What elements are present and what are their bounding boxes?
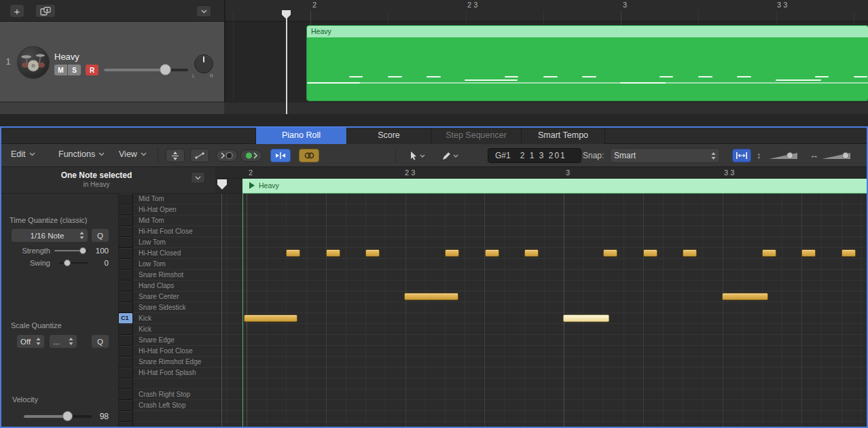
- track-name[interactable]: Heavy: [54, 52, 79, 62]
- mute-button[interactable]: M: [54, 65, 67, 75]
- tab-smart-tempo[interactable]: Smart Tempo: [521, 128, 605, 144]
- piano-key[interactable]: [119, 215, 132, 226]
- edit-menu[interactable]: Edit: [11, 149, 35, 159]
- snap-menu[interactable]: Smart: [610, 148, 720, 163]
- pointer-tool-menu[interactable]: [403, 149, 432, 162]
- drum-lane-row[interactable]: [133, 411, 868, 422]
- midi-note[interactable]: [365, 249, 380, 257]
- drum-lane-row[interactable]: Hi-Hat Foot Splash: [133, 368, 868, 378]
- record-enable-button[interactable]: R: [86, 65, 98, 75]
- midi-note[interactable]: [445, 249, 459, 257]
- midi-note[interactable]: [485, 249, 499, 257]
- drum-lane-row[interactable]: Snare Edge: [133, 335, 868, 346]
- drum-lane-row[interactable]: Mid Tom: [133, 215, 868, 226]
- tab-score[interactable]: Score: [346, 128, 431, 144]
- scale-root-select[interactable]: Off: [16, 334, 45, 349]
- inspector-options-button[interactable]: [191, 172, 205, 183]
- drum-lane-row[interactable]: [133, 422, 868, 428]
- piano-key[interactable]: [119, 259, 132, 269]
- piano-key[interactable]: [119, 194, 132, 204]
- piano-key[interactable]: [119, 226, 132, 236]
- midi-note[interactable]: [244, 315, 297, 322]
- tab-step-sequencer[interactable]: Step Sequencer: [431, 128, 521, 144]
- solo-button[interactable]: S: [68, 65, 81, 75]
- add-track-button[interactable]: +: [10, 4, 24, 18]
- scale-mode-select[interactable]: ...: [49, 334, 77, 349]
- drum-lane-row[interactable]: Snare Rimshot: [133, 270, 868, 281]
- arrange-timeline-ruler[interactable]: 22 333 3: [228, 0, 868, 11]
- strength-slider-knob[interactable]: [79, 247, 86, 254]
- horizontal-zoom-knob[interactable]: [842, 152, 849, 159]
- duplicate-track-button[interactable]: [35, 4, 56, 18]
- midi-note[interactable]: [683, 249, 697, 257]
- functions-menu[interactable]: Functions: [58, 149, 105, 159]
- vertical-zoom-knob[interactable]: [786, 152, 793, 159]
- piano-key[interactable]: [119, 302, 132, 313]
- piano-key[interactable]: [119, 324, 132, 334]
- drum-lane-row[interactable]: Kick: [133, 324, 868, 335]
- auto-zoom-button[interactable]: [732, 149, 751, 162]
- piano-key[interactable]: [119, 335, 132, 345]
- midi-note[interactable]: [762, 249, 776, 257]
- piano-key[interactable]: [119, 281, 132, 291]
- tab-piano-roll[interactable]: Piano Roll: [255, 128, 346, 144]
- time-quantize-apply-button[interactable]: Q: [91, 228, 109, 243]
- drum-lane-row[interactable]: Hi-Hat Closed: [133, 248, 868, 259]
- midi-note[interactable]: [643, 249, 657, 257]
- drum-lane-row[interactable]: Low Tom: [133, 259, 868, 270]
- drum-lane-row[interactable]: Crash Right Stop: [133, 389, 868, 400]
- drum-lane-row[interactable]: Low Tom: [133, 237, 868, 248]
- piano-key[interactable]: [119, 389, 132, 399]
- collapse-mode-button[interactable]: [166, 149, 185, 162]
- midi-note[interactable]: [524, 249, 539, 257]
- drum-lane-row[interactable]: Hand Claps: [133, 281, 868, 291]
- midi-region[interactable]: Heavy: [307, 26, 868, 101]
- time-quantize-select[interactable]: 1/16 Note: [11, 228, 88, 243]
- midi-out-button[interactable]: [240, 149, 262, 162]
- content-link-button[interactable]: [299, 149, 319, 162]
- pr-region-header[interactable]: Heavy: [242, 179, 868, 194]
- drum-lane-row[interactable]: Hi-Hat Foot Close: [133, 346, 868, 357]
- drum-lane-row[interactable]: Mid Tom: [133, 194, 868, 204]
- track-header-options-button[interactable]: [196, 5, 211, 17]
- track-avatar[interactable]: [18, 47, 49, 78]
- catch-playhead-button[interactable]: [270, 149, 291, 162]
- volume-slider-knob[interactable]: [160, 64, 171, 75]
- piano-key[interactable]: [119, 204, 132, 215]
- piano-key[interactable]: [119, 357, 132, 367]
- piano-key[interactable]: [119, 248, 132, 258]
- midi-note-selected[interactable]: [563, 315, 609, 322]
- drum-lane-row[interactable]: [133, 378, 868, 389]
- pencil-tool-menu[interactable]: [436, 149, 465, 162]
- view-menu[interactable]: View: [119, 149, 147, 159]
- drum-lane-row[interactable]: Snare Rimshot Edge: [133, 357, 868, 368]
- piano-key[interactable]: [119, 368, 132, 378]
- midi-note[interactable]: [722, 293, 768, 300]
- automation-button[interactable]: [190, 149, 209, 162]
- piano-key[interactable]: [119, 346, 132, 356]
- velocity-slider-knob[interactable]: [62, 411, 73, 421]
- piano-key[interactable]: [119, 270, 132, 280]
- midi-note[interactable]: [842, 249, 856, 257]
- pr-ruler[interactable]: 22 333 3: [215, 167, 868, 179]
- pan-knob[interactable]: [194, 54, 213, 73]
- midi-note[interactable]: [326, 249, 340, 257]
- track-header[interactable]: 1 Heavy M S R L R: [0, 22, 224, 102]
- region-play-icon[interactable]: [249, 182, 255, 189]
- midi-note[interactable]: [404, 293, 458, 300]
- swing-slider-knob[interactable]: [64, 260, 71, 266]
- midi-note[interactable]: [801, 249, 816, 257]
- drum-lane-row[interactable]: Snare Sidestick: [133, 302, 868, 313]
- piano-key[interactable]: [119, 422, 132, 428]
- drum-lane-row[interactable]: Hi-Hat Foot Close: [133, 226, 868, 237]
- midi-note[interactable]: [286, 249, 300, 257]
- drum-lane-row[interactable]: Hi-Hat Open: [133, 204, 868, 215]
- piano-key[interactable]: C1: [119, 313, 132, 323]
- drum-lane-row[interactable]: Crash Left Stop: [133, 400, 868, 411]
- piano-key[interactable]: [119, 411, 132, 421]
- midi-in-button[interactable]: [216, 149, 238, 162]
- piano-key[interactable]: [119, 400, 132, 410]
- arrange-playhead-line[interactable]: [286, 11, 287, 114]
- pr-lane-rows[interactable]: Mid TomHi-Hat OpenMid TomHi-Hat Foot Clo…: [133, 194, 868, 428]
- piano-key[interactable]: [119, 237, 132, 247]
